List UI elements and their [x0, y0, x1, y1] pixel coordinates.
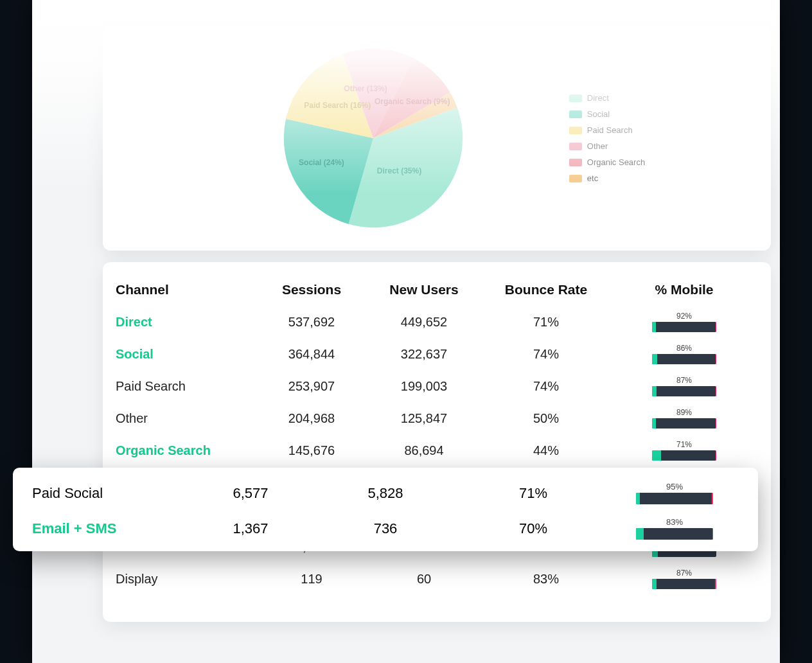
cell-bounce-rate: 83% — [482, 572, 610, 587]
table-row: Paid Social6,5775,82871%95% — [32, 475, 739, 511]
cell-channel: Display — [116, 572, 257, 587]
cell-mobile-pct: 87% — [610, 376, 758, 396]
pie-slice-label: Direct (35%) — [377, 166, 421, 175]
legend-item: Organic Search — [569, 157, 645, 167]
mobile-bar-icon — [652, 354, 716, 364]
legend-label: Social — [587, 109, 610, 119]
cell-new-users: 86,694 — [366, 443, 482, 458]
mobile-pct-label: 83% — [666, 517, 683, 527]
legend-label: etc — [587, 173, 598, 183]
legend-item: Other — [569, 141, 645, 151]
legend-swatch-icon — [569, 94, 582, 102]
cell-mobile-pct: 86% — [610, 344, 758, 364]
cell-channel: Direct — [116, 315, 257, 330]
th-sessions: Sessions — [257, 282, 366, 297]
cell-sessions: 6,577 — [186, 485, 315, 502]
highlight-overlay-card: Paid Social6,5775,82871%95%Email + SMS1,… — [13, 468, 758, 551]
cell-channel: Paid Social — [32, 485, 186, 502]
cell-new-users: 322,637 — [366, 347, 482, 362]
cell-mobile-pct: 83% — [610, 517, 739, 540]
cell-bounce-rate: 44% — [482, 443, 610, 458]
legend-label: Paid Search — [587, 125, 633, 135]
legend-swatch-icon — [569, 143, 582, 150]
channel-table-card: Channel Sessions New Users Bounce Rate %… — [103, 262, 771, 622]
mobile-bar-icon — [636, 528, 713, 540]
legend-swatch-icon — [569, 127, 582, 134]
cell-channel: Social — [116, 347, 257, 362]
pie-chart: Direct (35%)Social (24%)Paid Search (16%… — [280, 45, 466, 231]
cell-bounce-rate: 71% — [456, 485, 610, 502]
dashboard-page: Direct (35%)Social (24%)Paid Search (16%… — [32, 0, 780, 663]
cell-mobile-pct: 89% — [610, 408, 758, 429]
cell-new-users: 199,003 — [366, 379, 482, 394]
mobile-pct-label: 95% — [666, 482, 683, 491]
mobile-pct-label: 87% — [676, 569, 692, 578]
cell-sessions: 253,907 — [257, 379, 366, 394]
cell-mobile-pct: 87% — [610, 569, 758, 589]
mobile-bar-icon — [652, 418, 716, 429]
cell-new-users: 736 — [315, 520, 456, 537]
table-row: Email + SMS1,36773670%83% — [32, 511, 739, 546]
pie-svg — [280, 45, 466, 231]
mobile-bar-icon — [652, 579, 716, 589]
mobile-bar-icon — [636, 493, 713, 504]
th-bounce-rate: Bounce Rate — [482, 282, 610, 297]
cell-new-users: 5,828 — [315, 485, 456, 502]
th-new-users: New Users — [366, 282, 482, 297]
cell-bounce-rate: 71% — [482, 315, 610, 330]
pie-slice-label: Other (13%) — [344, 84, 387, 93]
cell-bounce-rate: 50% — [482, 411, 610, 426]
cell-bounce-rate: 70% — [456, 520, 610, 537]
legend-item: Paid Search — [569, 125, 645, 135]
cell-sessions: 119 — [257, 572, 366, 587]
mobile-bar-icon — [652, 386, 716, 396]
cell-bounce-rate: 74% — [482, 347, 610, 362]
cell-mobile-pct: 92% — [610, 312, 758, 332]
table-header-row: Channel Sessions New Users Bounce Rate %… — [116, 274, 758, 306]
mobile-pct-label: 92% — [676, 312, 692, 321]
table-row: Display1196083%87% — [116, 563, 758, 595]
pie-legend: DirectSocialPaid SearchOtherOrganic Sear… — [569, 93, 645, 183]
cell-mobile-pct: 95% — [610, 482, 739, 504]
mobile-pct-label: 86% — [676, 344, 692, 353]
legend-item: Direct — [569, 93, 645, 103]
table-row: Paid Search253,907199,00374%87% — [116, 370, 758, 402]
cell-sessions: 204,968 — [257, 411, 366, 426]
cell-mobile-pct: 71% — [610, 440, 758, 461]
cell-bounce-rate: 74% — [482, 379, 610, 394]
table-row: Other204,968125,84750%89% — [116, 402, 758, 434]
legend-swatch-icon — [569, 110, 582, 118]
cell-sessions: 145,676 — [257, 443, 366, 458]
table-row: Organic Search145,67686,69444%71% — [116, 434, 758, 466]
mobile-bar-icon — [652, 322, 716, 332]
cell-channel: Other — [116, 411, 257, 426]
legend-swatch-icon — [569, 159, 582, 166]
mobile-bar-icon — [652, 450, 716, 461]
pie-slice-label: Paid Search (16%) — [304, 101, 371, 110]
mobile-pct-label: 89% — [676, 408, 692, 417]
pie-slice-label: Organic Search (9%) — [375, 97, 450, 106]
cell-channel: Paid Search — [116, 379, 257, 394]
mobile-pct-label: 71% — [676, 440, 692, 449]
cell-new-users: 449,652 — [366, 315, 482, 330]
mobile-pct-label: 87% — [676, 376, 692, 385]
cell-sessions: 364,844 — [257, 347, 366, 362]
pie-slice-label: Social (24%) — [299, 158, 344, 167]
cell-channel: Organic Search — [116, 443, 257, 458]
legend-label: Organic Search — [587, 157, 645, 167]
cell-channel: Email + SMS — [32, 520, 186, 537]
legend-item: Social — [569, 109, 645, 119]
cell-new-users: 60 — [366, 572, 482, 587]
cell-sessions: 537,692 — [257, 315, 366, 330]
pie-chart-card: Direct (35%)Social (24%)Paid Search (16%… — [103, 26, 771, 251]
th-mobile-pct: % Mobile — [610, 282, 758, 297]
legend-label: Direct — [587, 93, 609, 103]
table-row: Social364,844322,63774%86% — [116, 338, 758, 370]
th-channel: Channel — [116, 282, 257, 297]
table-row: Direct537,692449,65271%92% — [116, 306, 758, 338]
legend-label: Other — [587, 141, 608, 151]
legend-item: etc — [569, 173, 645, 183]
legend-swatch-icon — [569, 175, 582, 182]
cell-sessions: 1,367 — [186, 520, 315, 537]
cell-new-users: 125,847 — [366, 411, 482, 426]
